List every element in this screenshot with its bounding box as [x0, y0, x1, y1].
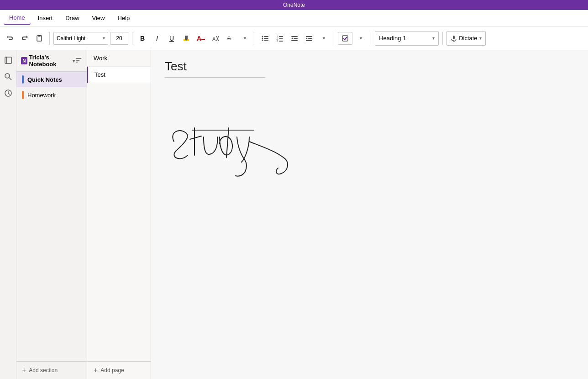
add-page-button[interactable]: + Add page	[87, 361, 151, 379]
separator-2	[132, 32, 132, 45]
svg-text:S: S	[227, 36, 231, 41]
bold-button[interactable]: B	[136, 31, 149, 46]
content-area[interactable]: Test	[151, 50, 588, 379]
more-text-button[interactable]: ▾	[238, 31, 251, 46]
font-name-dropdown[interactable]: Calibri Light ▾	[53, 32, 108, 45]
separator-3	[255, 32, 255, 45]
menu-home[interactable]: Home	[4, 11, 31, 25]
increase-indent-button[interactable]	[303, 31, 315, 46]
page-label-work: Work	[94, 55, 107, 62]
page-label-test: Test	[94, 71, 105, 78]
toolbar: Calibri Light ▾ 20 B I U A A S ▾ 1.2.3. …	[0, 26, 588, 50]
menu-insert[interactable]: Insert	[32, 12, 58, 24]
svg-rect-29	[453, 36, 455, 39]
checkbox-button[interactable]	[338, 32, 352, 45]
separator-5	[371, 32, 371, 45]
section-item-quick-notes[interactable]: Quick Notes	[16, 72, 87, 87]
font-name-chevron: ▾	[103, 36, 105, 41]
heading-chevron: ▾	[432, 36, 435, 41]
dictate-button[interactable]: Dictate ▾	[446, 31, 485, 46]
svg-text:A: A	[212, 36, 216, 42]
add-section-plus-icon: +	[22, 366, 26, 374]
checkbox-dropdown[interactable]: ▾	[354, 31, 367, 46]
section-list: Quick Notes Homework	[16, 72, 87, 361]
section-color-quick-notes	[22, 75, 24, 84]
svg-line-35	[9, 78, 11, 80]
svg-rect-11	[264, 38, 268, 39]
section-item-homework[interactable]: Homework	[16, 87, 87, 103]
clear-format-button[interactable]: A	[209, 31, 222, 46]
more-list-button[interactable]: ▾	[317, 31, 330, 46]
svg-rect-27	[306, 40, 312, 41]
font-name-value: Calibri Light	[57, 35, 85, 42]
app-title: OneNote	[283, 2, 305, 8]
notebook-header: N Tricia's Notebook ▾	[16, 50, 87, 72]
menu-help[interactable]: Help	[112, 12, 136, 24]
svg-rect-23	[291, 40, 298, 41]
highlight-button[interactable]	[180, 31, 193, 46]
add-page-label: Add page	[100, 367, 124, 374]
svg-point-12	[262, 39, 263, 41]
dictate-label: Dictate	[459, 35, 477, 42]
notebooks-icon[interactable]	[2, 54, 15, 67]
add-section-button[interactable]: + Add section	[16, 361, 87, 379]
menu-bar: Home Insert Draw View Help	[0, 10, 588, 26]
svg-rect-17	[279, 38, 283, 39]
underline-button[interactable]: U	[165, 31, 178, 46]
italic-button[interactable]: I	[151, 31, 163, 46]
svg-rect-20	[291, 36, 298, 37]
add-page-plus-icon: +	[94, 366, 98, 374]
strikethrough-button[interactable]: S	[224, 31, 236, 46]
notebook-name: Tricia's Notebook	[29, 54, 71, 68]
separator-4	[334, 32, 334, 45]
svg-point-8	[262, 36, 263, 37]
svg-rect-24	[306, 36, 312, 37]
svg-point-34	[5, 74, 10, 78]
dictate-chevron: ▾	[479, 36, 482, 41]
svg-rect-9	[264, 36, 268, 37]
sort-button[interactable]	[75, 57, 82, 65]
main-area: N Tricia's Notebook ▾ Quick Notes Homewo…	[0, 50, 588, 379]
add-section-label: Add section	[29, 367, 58, 374]
font-color-button[interactable]: A	[194, 31, 207, 46]
title-bar: OneNote	[0, 0, 588, 10]
menu-draw[interactable]: Draw	[60, 12, 84, 24]
pages-panel: Work Test + Add page	[87, 50, 151, 379]
heading-dropdown[interactable]: Heading 1 ▾	[375, 31, 439, 46]
redo-button[interactable]	[18, 31, 31, 46]
heading-label: Heading 1	[379, 35, 406, 42]
svg-rect-19	[279, 41, 283, 42]
svg-rect-13	[264, 40, 268, 41]
handwriting-canvas	[165, 105, 347, 196]
bullet-list-button[interactable]	[259, 31, 272, 46]
font-size-input[interactable]: 20	[110, 32, 128, 45]
svg-marker-25	[306, 37, 308, 39]
svg-rect-15	[279, 36, 283, 37]
decrease-indent-button[interactable]	[288, 31, 301, 46]
notebook-panel: N Tricia's Notebook ▾ Quick Notes Homewo…	[16, 50, 87, 379]
icon-sidebar	[0, 50, 16, 379]
notebook-title[interactable]: N Tricia's Notebook ▾	[21, 54, 75, 68]
section-color-homework	[22, 91, 24, 99]
numbered-list-button[interactable]: 1.2.3.	[273, 31, 286, 46]
page-item-work[interactable]: Work	[87, 50, 151, 67]
svg-rect-3	[201, 39, 205, 40]
clipboard-button[interactable]	[33, 31, 46, 46]
svg-text:3.: 3.	[277, 40, 278, 42]
page-item-test[interactable]: Test	[87, 67, 151, 83]
svg-rect-22	[294, 38, 298, 39]
svg-marker-21	[291, 37, 293, 39]
recent-icon[interactable]	[2, 87, 15, 100]
menu-view[interactable]: View	[87, 12, 110, 24]
separator-1	[49, 32, 50, 45]
svg-rect-32	[5, 57, 11, 63]
svg-rect-1	[38, 35, 41, 37]
section-label-homework: Homework	[27, 92, 56, 99]
notebook-book-icon: N	[21, 57, 27, 64]
svg-rect-26	[308, 38, 312, 39]
undo-button[interactable]	[4, 31, 16, 46]
search-icon[interactable]	[2, 70, 15, 83]
font-size-value: 20	[116, 35, 122, 42]
svg-point-10	[262, 37, 263, 39]
svg-rect-28	[342, 36, 348, 41]
